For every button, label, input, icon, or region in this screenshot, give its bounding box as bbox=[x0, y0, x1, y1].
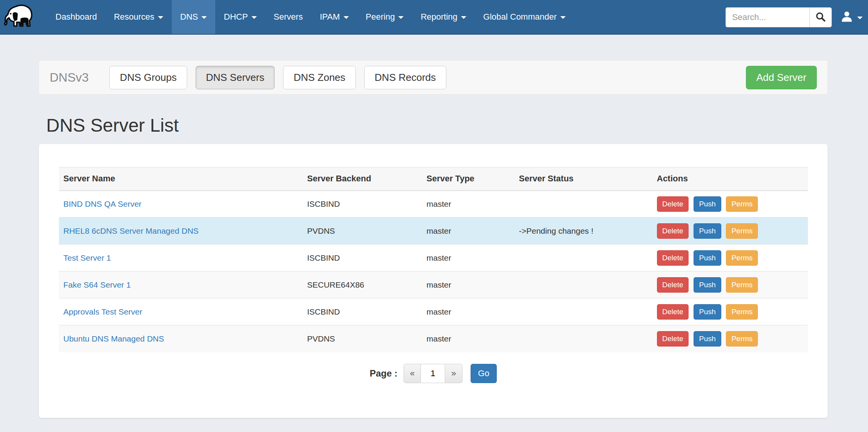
search-group bbox=[726, 7, 832, 27]
server-status-cell bbox=[514, 271, 652, 298]
nav-label: Dashboard bbox=[55, 12, 97, 22]
server-name-link[interactable]: Fake S64 Server 1 bbox=[64, 280, 131, 289]
top-navbar: Dashboard Resources DNS DHCP Servers IPA… bbox=[0, 0, 868, 35]
server-backend-cell: PVDNS bbox=[303, 325, 422, 352]
table-row-highlighted: RHEL8 6cDNS Server Managed DNS PVDNS mas… bbox=[59, 218, 808, 244]
push-button[interactable]: Push bbox=[694, 223, 721, 239]
go-button[interactable]: Go bbox=[471, 364, 497, 383]
caret-down-icon bbox=[857, 17, 863, 19]
column-header-actions: Actions bbox=[652, 167, 808, 191]
server-type-cell: master bbox=[422, 191, 514, 218]
nav-label: DNS bbox=[180, 12, 198, 22]
perms-button[interactable]: Perms bbox=[726, 250, 758, 266]
server-type-cell: master bbox=[422, 325, 514, 352]
next-page-button[interactable]: » bbox=[445, 364, 462, 383]
nav-item-reporting[interactable]: Reporting bbox=[412, 0, 474, 34]
caret-down-icon bbox=[461, 16, 466, 19]
tab-dns-zones[interactable]: DNS Zones bbox=[283, 66, 355, 89]
tab-dns-records[interactable]: DNS Records bbox=[364, 66, 446, 89]
caret-down-icon bbox=[344, 16, 349, 19]
nav-item-servers[interactable]: Servers bbox=[265, 0, 312, 34]
delete-button[interactable]: Delete bbox=[657, 223, 689, 239]
tab-dns-groups[interactable]: DNS Groups bbox=[109, 66, 187, 89]
server-status-cell bbox=[514, 298, 652, 325]
caret-down-icon bbox=[251, 16, 257, 19]
nav-label: Servers bbox=[274, 12, 303, 22]
delete-button[interactable]: Delete bbox=[657, 196, 689, 212]
page-label: Page : bbox=[370, 368, 397, 379]
table-row: BIND DNS QA Server ISCBIND master Delete… bbox=[59, 191, 808, 218]
nav-item-global-commander[interactable]: Global Commander bbox=[475, 0, 574, 34]
pagination: Page : « » Go bbox=[39, 364, 828, 383]
nav-label: Global Commander bbox=[483, 12, 557, 22]
column-header-server-type: Server Type bbox=[422, 167, 514, 191]
nav-label: Resources bbox=[114, 12, 154, 22]
server-name-link[interactable]: Approvals Test Server bbox=[64, 307, 142, 316]
server-name-link[interactable]: RHEL8 6cDNS Server Managed DNS bbox=[64, 226, 199, 235]
server-backend-cell: SECURE64X86 bbox=[303, 271, 422, 298]
server-status-cell bbox=[514, 191, 652, 218]
server-backend-cell: ISCBIND bbox=[303, 191, 422, 218]
server-status-cell bbox=[514, 244, 652, 271]
server-backend-cell: ISCBIND bbox=[303, 298, 422, 325]
caret-down-icon bbox=[398, 16, 404, 19]
delete-button[interactable]: Delete bbox=[657, 277, 689, 293]
server-type-cell: master bbox=[422, 271, 514, 298]
server-type-cell: master bbox=[422, 244, 514, 271]
nav-label: Reporting bbox=[421, 12, 457, 22]
perms-button[interactable]: Perms bbox=[726, 304, 758, 320]
user-icon bbox=[840, 10, 853, 25]
perms-button[interactable]: Perms bbox=[726, 223, 758, 239]
page-title: DNS Server List bbox=[46, 115, 868, 136]
push-button[interactable]: Push bbox=[694, 277, 721, 293]
delete-button[interactable]: Delete bbox=[657, 304, 689, 320]
nav-item-dns[interactable]: DNS bbox=[172, 0, 215, 34]
dns-toolbar: DNSv3 DNS Groups DNS Servers DNS Zones D… bbox=[39, 60, 828, 95]
mammoth-logo-icon bbox=[3, 2, 37, 32]
brand-logo[interactable] bbox=[0, 0, 40, 34]
page-number-input[interactable] bbox=[421, 364, 445, 383]
navbar-right bbox=[726, 0, 868, 35]
server-name-link[interactable]: BIND DNS QA Server bbox=[64, 199, 142, 208]
caret-down-icon bbox=[560, 16, 566, 19]
search-input[interactable] bbox=[726, 7, 809, 27]
nav-label: IPAM bbox=[320, 12, 340, 22]
push-button[interactable]: Push bbox=[694, 196, 721, 212]
search-icon bbox=[815, 12, 826, 23]
delete-button[interactable]: Delete bbox=[657, 250, 689, 266]
column-header-server-status: Server Status bbox=[514, 167, 652, 191]
perms-button[interactable]: Perms bbox=[726, 196, 758, 212]
push-button[interactable]: Push bbox=[694, 331, 721, 347]
table-row: Fake S64 Server 1 SECURE64X86 master Del… bbox=[59, 271, 808, 298]
push-button[interactable]: Push bbox=[694, 250, 721, 266]
toolbar-brand: DNSv3 bbox=[50, 70, 89, 85]
column-header-server-backend: Server Backend bbox=[303, 167, 422, 191]
server-name-link[interactable]: Ubuntu DNS Managed DNS bbox=[64, 334, 164, 343]
nav-label: Peering bbox=[366, 12, 395, 22]
tab-dns-servers[interactable]: DNS Servers bbox=[196, 66, 275, 89]
prev-page-button[interactable]: « bbox=[404, 364, 421, 383]
nav-item-dashboard[interactable]: Dashboard bbox=[47, 0, 106, 34]
delete-button[interactable]: Delete bbox=[657, 331, 689, 347]
add-server-button[interactable]: Add Server bbox=[746, 66, 817, 89]
nav-label: DHCP bbox=[224, 12, 248, 22]
server-name-link[interactable]: Test Server 1 bbox=[64, 253, 111, 262]
pager-group: « » bbox=[404, 364, 462, 383]
caret-down-icon bbox=[158, 16, 163, 19]
nav-item-dhcp[interactable]: DHCP bbox=[215, 0, 265, 34]
server-status-cell bbox=[514, 325, 652, 352]
nav-item-resources[interactable]: Resources bbox=[106, 0, 172, 34]
caret-down-icon bbox=[201, 16, 207, 19]
perms-button[interactable]: Perms bbox=[726, 277, 758, 293]
push-button[interactable]: Push bbox=[694, 304, 721, 320]
table-row: Test Server 1 ISCBIND master Delete Push… bbox=[59, 244, 808, 271]
perms-button[interactable]: Perms bbox=[726, 331, 758, 347]
user-menu[interactable] bbox=[840, 10, 863, 25]
server-type-cell: master bbox=[422, 218, 514, 244]
server-type-cell: master bbox=[422, 298, 514, 325]
table-row: Approvals Test Server ISCBIND master Del… bbox=[59, 298, 808, 325]
search-button[interactable] bbox=[809, 7, 832, 27]
nav-item-peering[interactable]: Peering bbox=[357, 0, 412, 34]
server-status-cell: ->Pending changes ! bbox=[514, 218, 652, 244]
nav-item-ipam[interactable]: IPAM bbox=[311, 0, 357, 34]
